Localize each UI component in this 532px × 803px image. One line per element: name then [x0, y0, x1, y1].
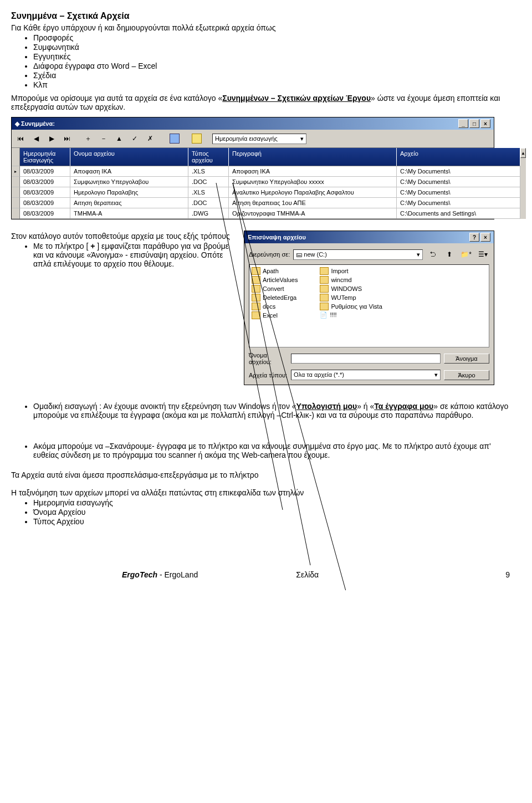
add-button[interactable]: ＋	[81, 132, 95, 145]
toolbar: ⏮ ◀ ▶ ⏭ ＋ － ▲ ✓ ✗ Ημερομηνία εισαγωγής▾	[12, 130, 494, 148]
folder-item[interactable]: Ρυθμίσεις για Vista	[320, 303, 382, 310]
delete-button[interactable]: －	[97, 132, 110, 145]
folder-item[interactable]: Import	[320, 267, 382, 275]
maximize-button[interactable]: □	[469, 119, 479, 128]
prev-button[interactable]: ◀	[29, 132, 43, 145]
table-row[interactable]: ▸08/03/2009Αποφαση ΙΚΑ.XLSΑποφαση ΙΚΑC:\…	[12, 166, 520, 177]
filetype-label: Αρχεία τύπου:	[249, 372, 288, 379]
col-desc[interactable]: Περιγραφή	[229, 148, 397, 166]
filename-input[interactable]	[291, 354, 441, 364]
filetype-combo[interactable]: Ολα τα αρχεία (*.*)▾	[291, 370, 441, 380]
grid-header: Ημερομηνία Εισαγωγής Ονομα αρχείου Τύπος…	[12, 148, 520, 166]
accessible-note: Τα Αρχεία αυτά είναι άμεσα προσπελάσιμα-…	[11, 470, 510, 479]
folder-item[interactable]: WUTemp	[320, 294, 382, 301]
list-item: Διάφορα έγγραφα στο Word – Excel	[33, 62, 510, 70]
methods-intro: Στον κατάλογο αυτόν τοποθετούμε αρχεία μ…	[11, 232, 233, 241]
new-folder-button[interactable]: 📁*	[459, 248, 473, 261]
folder-item[interactable]: WINDOWS	[320, 285, 382, 293]
list-item: Ημερομηνία εισαγωγής	[33, 498, 510, 507]
chevron-down-icon: ▾	[434, 371, 438, 379]
save-button[interactable]: ✓	[128, 132, 141, 145]
close-button[interactable]: ×	[480, 119, 490, 128]
file-pane[interactable]: ApathArticleValuesConvertDeletedErgadocs…	[249, 264, 489, 347]
col-file[interactable]: Αρχείο	[397, 148, 520, 166]
table-row[interactable]: 08/03/2009Αιτηση θεραπειας.DOCΑιτηση θερ…	[12, 198, 520, 208]
folder-item[interactable]: Apath	[252, 267, 298, 275]
page-footer: ErgoTech - ErgoLand Σελίδα 9	[11, 570, 510, 579]
folder-item[interactable]: 📄!!!!	[320, 311, 382, 318]
help-button[interactable]: ?	[469, 233, 479, 242]
list-item: Όνομα Αρχείου	[33, 508, 510, 516]
attachments-window: ◆ Συνημμένα: _ □ × ⏮ ◀ ▶ ⏭ ＋ － ▲ ✓ ✗ Ημε…	[11, 117, 494, 219]
list-item: Τύπος Αρχείου	[33, 517, 510, 526]
up-button[interactable]: ⬆	[443, 248, 456, 261]
method-scan: Ακόμα μπορούμε να –Σκανάρουμε- έγγραφα μ…	[33, 442, 510, 459]
first-button[interactable]: ⏮	[14, 132, 27, 145]
folder-item[interactable]: ArticleValues	[252, 276, 298, 284]
folder-item[interactable]: DeletedErga	[252, 294, 298, 301]
folder-item[interactable]: Excel	[252, 311, 298, 319]
open-button[interactable]: Άνοιγμα	[444, 354, 489, 364]
titlebar: ◆ Συνημμένα: _ □ ×	[12, 117, 494, 130]
cancel-button[interactable]: ✗	[144, 132, 157, 145]
scrollbar[interactable]: ▲	[520, 148, 526, 219]
page-title: Συνημμένα – Σχετικά Αρχεία	[11, 11, 510, 21]
list-item: Εγγυητικές	[33, 52, 510, 61]
filename-label: Όνομα αρχείου:	[249, 352, 288, 365]
table-row[interactable]: 08/03/2009ΤΜΗΜΑ-Α.DWGΟριζοντογραφια ΤΜΗΜ…	[12, 208, 520, 219]
next-button[interactable]: ▶	[45, 132, 58, 145]
cancel-button[interactable]: Άκυρο	[444, 370, 489, 380]
list-item: Κλπ	[33, 80, 510, 89]
chevron-down-icon: ▾	[300, 135, 304, 142]
dialog-title: Επισύναψη αρχείου	[248, 234, 306, 241]
list-item: Προσφορές	[33, 33, 510, 42]
method-plus: Με το πλήκτρο [ + ] εμφανίζεται παράθυρο…	[33, 242, 233, 268]
folder-item[interactable]: Convert	[252, 285, 298, 293]
list-item: Σχέδια	[33, 71, 510, 80]
list-item: Συμφωνητικά	[33, 43, 510, 52]
minimize-button[interactable]: _	[458, 119, 468, 128]
table-row[interactable]: 08/03/2009Ημερολογιο Παραλαβης.XLSΑναλυτ…	[12, 187, 520, 198]
method-group: Ομαδική εισαγωγή : Αν έχουμε ανοικτή την…	[33, 402, 510, 420]
col-name[interactable]: Ονομα αρχείου	[70, 148, 188, 166]
file-dialog: Επισύναψη αρχείου ? × Διερεύνηση σε: 🖴 n…	[244, 231, 494, 385]
close-button[interactable]: ×	[480, 233, 490, 242]
window-title: Συνημμένα:	[21, 120, 55, 127]
edit-button[interactable]: ▲	[112, 132, 126, 145]
scan-button[interactable]	[168, 132, 181, 145]
intro-text: Για Κάθε έργο υπάρχουν ή και δημιουργούν…	[11, 23, 510, 32]
open-file-button[interactable]	[190, 132, 203, 145]
lookin-label: Διερεύνηση σε:	[249, 251, 290, 258]
folder-item[interactable]: docs	[252, 303, 298, 310]
sort-note: Η ταξινόμηση των αρχείων μπορεί να αλλάξ…	[11, 488, 510, 497]
grid-body: ▸08/03/2009Αποφαση ΙΚΑ.XLSΑποφαση ΙΚΑC:\…	[12, 166, 520, 219]
col-date[interactable]: Ημερομηνία Εισαγωγής	[20, 148, 70, 166]
back-button[interactable]: ⮌	[426, 248, 439, 261]
app-icon: ◆	[15, 120, 19, 127]
chevron-down-icon: ▾	[417, 251, 420, 258]
dialog-titlebar: Επισύναψη αρχείου ? ×	[244, 231, 494, 243]
view-button[interactable]: ☰▾	[476, 248, 489, 261]
top-list: Προσφορές Συμφωνητικά Εγγυητικές Διάφορα…	[11, 33, 510, 89]
sort-field[interactable]: Ημερομηνία εισαγωγής▾	[212, 134, 306, 144]
para-catalog: Μπορούμε να ορίσουμε για αυτά τα αρχεία …	[11, 94, 510, 111]
folder-item[interactable]: wincmd	[320, 276, 382, 284]
lookin-combo[interactable]: 🖴 new (C:) ▾	[293, 249, 423, 260]
col-type[interactable]: Τύπος αρχείου	[188, 148, 229, 166]
table-row[interactable]: 08/03/2009Συμφωνητικο Υπεργολαβου.DOCΣυμ…	[12, 177, 520, 187]
last-button[interactable]: ⏭	[60, 132, 74, 145]
